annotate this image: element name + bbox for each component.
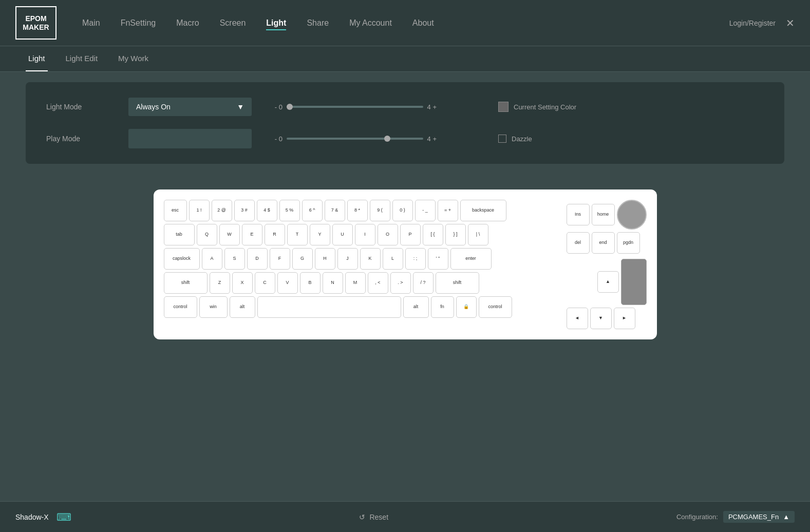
key-j[interactable]: J (337, 248, 358, 270)
key-m[interactable]: M (345, 272, 366, 294)
key-scroll-bar[interactable] (621, 259, 647, 305)
brightness-slider[interactable] (287, 106, 423, 108)
key-l[interactable]: L (383, 248, 403, 270)
key-3[interactable]: 3 # (234, 200, 255, 221)
key-equal[interactable]: = + (438, 200, 458, 221)
nav-macro[interactable]: Macro (176, 16, 199, 30)
key-y[interactable]: Y (310, 224, 330, 245)
keyboard-wrapper: esc 1 ! 2 @ 3 # 4 $ 5 % 6 ^ 7 & 8 * 9 ( … (154, 189, 657, 339)
key-period[interactable]: . > (390, 272, 411, 294)
nav-light[interactable]: Light (266, 16, 286, 30)
brightness-slider-container: - 0 4 + (272, 103, 437, 111)
key-z[interactable]: Z (210, 272, 230, 294)
subtab-my-work[interactable]: My Work (116, 46, 151, 71)
key-7[interactable]: 7 & (325, 200, 345, 221)
key-g[interactable]: G (292, 248, 313, 270)
key-q[interactable]: Q (197, 224, 217, 245)
key-arrow-down[interactable]: ▼ (590, 308, 612, 329)
key-p[interactable]: P (400, 224, 421, 245)
key-minus[interactable]: - _ (415, 200, 436, 221)
key-alt-right[interactable]: alt (403, 296, 429, 318)
subtab-light[interactable]: Light (26, 46, 48, 71)
key-a[interactable]: A (202, 248, 222, 270)
key-w[interactable]: W (219, 224, 240, 245)
key-alt-left[interactable]: alt (230, 296, 255, 318)
dazzle-checkbox[interactable] (498, 135, 506, 143)
key-knob[interactable] (617, 200, 647, 230)
key-shift-right[interactable]: shift (436, 272, 479, 294)
light-mode-select[interactable]: Always On ▼ (128, 98, 252, 116)
key-semicolon[interactable]: : ; (405, 248, 426, 270)
key-backslash[interactable]: | \ (468, 224, 488, 245)
key-pgdn[interactable]: pgdn (617, 232, 640, 254)
footer-device: Shadow-X ⌨ (15, 511, 71, 523)
key-backspace[interactable]: backspace (460, 200, 506, 221)
light-mode-dropdown[interactable]: Always On ▼ (128, 98, 252, 116)
right-row-4: ◄ ▼ ► (567, 308, 647, 329)
key-rbracket[interactable]: } ] (445, 224, 466, 245)
key-s[interactable]: S (224, 248, 245, 270)
key-space[interactable] (257, 296, 401, 318)
key-4[interactable]: 4 $ (257, 200, 277, 221)
key-6[interactable]: 6 ^ (302, 200, 323, 221)
key-i[interactable]: I (355, 224, 375, 245)
key-row-2: tab Q W E R T Y U I O P [ { } ] | \ (164, 224, 561, 245)
key-esc[interactable]: esc (164, 200, 187, 221)
key-ins[interactable]: Ins (567, 204, 590, 225)
key-9[interactable]: 9 ( (370, 200, 390, 221)
key-1[interactable]: 1 ! (189, 200, 210, 221)
key-enter[interactable]: enter (450, 248, 492, 270)
nav-fnsetting[interactable]: FnSetting (121, 16, 156, 30)
key-u[interactable]: U (332, 224, 353, 245)
nav-screen[interactable]: Screen (220, 16, 246, 30)
key-5[interactable]: 5 % (279, 200, 300, 221)
key-shift-left[interactable]: shift (164, 272, 208, 294)
key-slash[interactable]: / ? (413, 272, 434, 294)
key-ctrl-left[interactable]: control (164, 296, 197, 318)
nav-about[interactable]: About (412, 16, 434, 30)
key-end[interactable]: end (592, 232, 615, 254)
key-f[interactable]: F (270, 248, 290, 270)
key-x[interactable]: X (232, 272, 253, 294)
key-lbracket[interactable]: [ { (423, 224, 443, 245)
speed-slider[interactable] (287, 138, 423, 140)
key-r[interactable]: R (265, 224, 285, 245)
key-arrow-up[interactable]: ▲ (597, 271, 619, 293)
key-tab[interactable]: tab (164, 224, 195, 245)
key-del[interactable]: del (567, 232, 590, 254)
key-lock[interactable]: 🔒 (456, 296, 477, 318)
key-win[interactable]: win (199, 296, 228, 318)
key-v[interactable]: V (277, 272, 298, 294)
nav-myaccount[interactable]: My Account (349, 16, 392, 30)
key-b[interactable]: B (300, 272, 321, 294)
key-capslock[interactable]: capslock (164, 248, 200, 270)
key-h[interactable]: H (315, 248, 335, 270)
key-home[interactable]: home (592, 204, 615, 225)
key-ctrl-right[interactable]: control (479, 296, 512, 318)
key-t[interactable]: T (287, 224, 308, 245)
keyboard-icon: ⌨ (56, 511, 71, 523)
color-swatch[interactable] (498, 102, 508, 112)
key-fn[interactable]: fn (431, 296, 454, 318)
key-arrow-right[interactable]: ► (614, 308, 635, 329)
key-2[interactable]: 2 @ (212, 200, 232, 221)
nav-main[interactable]: Main (82, 16, 100, 30)
key-e[interactable]: E (242, 224, 262, 245)
play-mode-dropdown[interactable] (128, 129, 252, 148)
key-0[interactable]: 0 ) (392, 200, 413, 221)
reset-button[interactable]: ↺ Reset (359, 513, 388, 521)
key-8[interactable]: 8 * (347, 200, 368, 221)
key-k[interactable]: K (360, 248, 381, 270)
key-quote[interactable]: ' " (428, 248, 448, 270)
config-value-display[interactable]: PCMGAMES_Fn ▲ (723, 511, 795, 523)
close-button[interactable]: ✕ (786, 17, 795, 29)
nav-share[interactable]: Share (307, 16, 329, 30)
key-arrow-left[interactable]: ◄ (567, 308, 588, 329)
key-o[interactable]: O (378, 224, 398, 245)
key-n[interactable]: N (323, 272, 343, 294)
key-comma[interactable]: , < (368, 272, 388, 294)
subtab-light-edit[interactable]: Light Edit (63, 46, 101, 71)
key-c[interactable]: C (255, 272, 275, 294)
login-register-link[interactable]: Login/Register (729, 19, 776, 27)
key-d[interactable]: D (247, 248, 268, 270)
